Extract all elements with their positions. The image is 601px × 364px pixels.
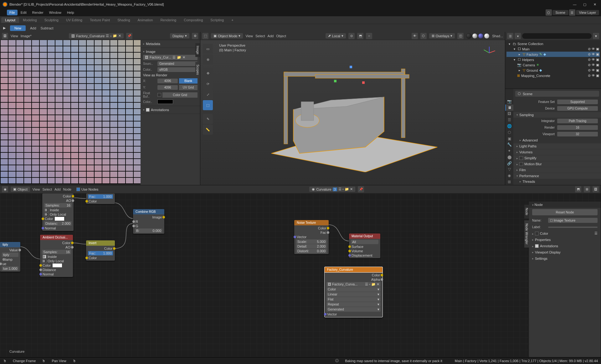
new-icon[interactable]: ▫ — [110, 34, 111, 38]
properties-body[interactable]: ⬡Scene Feature SetSupported DeviceGPU Co… — [513, 89, 601, 185]
outliner-item[interactable]: ▸▽Ground ◆⊘👁▣ — [506, 68, 600, 73]
operator-add[interactable]: Add — [30, 26, 36, 30]
use-nodes-toggle[interactable]: Use Nodes — [76, 187, 98, 191]
modifier-tab-icon[interactable]: 🔧 — [505, 141, 513, 148]
pivot-icon[interactable]: ⊙ — [348, 33, 355, 39]
orientation-selector[interactable]: ⬈ Local ▾ — [326, 33, 346, 38]
scene-icon[interactable]: ⬡ — [546, 9, 552, 16]
node-menu-node[interactable]: Node — [63, 187, 71, 191]
operator-subtract[interactable]: Subtract — [41, 26, 54, 30]
editor-type-icon[interactable]: 🖼 — [2, 33, 8, 39]
open-icon[interactable]: 📁 — [177, 55, 181, 59]
workspace-tab[interactable]: UV Editing — [62, 17, 86, 23]
image-menu-image[interactable]: Image* — [21, 34, 32, 38]
feature-set-dropdown[interactable]: Supported — [557, 100, 598, 104]
navigation-gizmo[interactable] — [480, 43, 499, 62]
sidebar-tab-scopes[interactable]: Scopes — [195, 62, 200, 77]
annotations-section[interactable]: Annotations — [143, 107, 198, 112]
node-menu-select[interactable]: Select — [42, 187, 52, 191]
operator-new-button[interactable]: New — [10, 25, 26, 31]
lookdev-shading-icon[interactable] — [478, 33, 484, 39]
physics-tab-icon[interactable]: ⬤ — [505, 154, 513, 160]
image-height[interactable]: 4096 — [157, 85, 178, 90]
maximize-button[interactable]: ▢ — [581, 3, 588, 7]
performance-section[interactable]: Performance — [513, 173, 601, 179]
menu-edit[interactable]: Edit — [18, 10, 29, 15]
menu-help[interactable]: Help — [64, 10, 77, 15]
render-tab-icon[interactable]: 📷 — [505, 98, 513, 105]
combine-rgb-node[interactable]: Combine RGB Image R G B:0.000 — [133, 209, 164, 234]
solid-shading-icon[interactable] — [472, 33, 478, 39]
menu-window[interactable]: Window — [47, 10, 64, 15]
ao-node-partial[interactable]: Color AO Samples:16 Inside Only Local Co… — [42, 193, 74, 231]
outliner-item[interactable]: ⊞Mapping_Concrete⊘👁▣ — [506, 73, 600, 78]
tiles-section[interactable]: Tiles — [513, 184, 601, 185]
browse-icon[interactable]: ☰ — [172, 55, 176, 59]
gen-colorgrid-button[interactable]: Color Grid — [162, 92, 198, 98]
image-canvas[interactable]: Metadata Image 🖼Factory_Cur...☰📁✕ Sourc.… — [0, 40, 200, 185]
viewport-display-section[interactable]: Viewport Display — [529, 249, 601, 255]
unlink-icon[interactable]: ✕ — [118, 34, 121, 38]
proportional-icon[interactable]: ○ — [366, 33, 372, 39]
viewport-samples-field[interactable]: 32 — [557, 132, 598, 136]
node-section[interactable]: Node — [529, 202, 601, 208]
outliner-tree[interactable]: ▾🗀Scene Collection ▾☐Main⊘👁▣ ▸▽Factory ✎… — [505, 40, 601, 89]
outliner-item[interactable]: ▾☐Helpers⊘👁▣ — [506, 57, 600, 62]
snap-icon[interactable]: ⬒ — [357, 33, 363, 39]
image-name-field[interactable]: Factory_Cur... — [150, 55, 171, 59]
simplify-section[interactable]: Simplify — [513, 155, 601, 161]
node-properties-section[interactable]: Properties — [529, 237, 601, 243]
editor-type-icon[interactable]: ⬚ — [202, 33, 208, 39]
add-workspace-button[interactable]: + — [228, 17, 237, 23]
workspace-tab[interactable]: Layout — [1, 17, 19, 23]
cursor-tool-icon[interactable]: ⊕ — [203, 54, 213, 64]
minimize-button[interactable]: — — [571, 3, 578, 7]
display-mode-icon[interactable]: ▾ — [515, 33, 521, 39]
source-dropdown[interactable]: Generated — [157, 61, 198, 66]
scene-tab-icon[interactable]: 🖥 — [505, 105, 513, 111]
gizmo-icon[interactable]: ⬡ — [420, 33, 427, 39]
shader-type-selector[interactable]: ▣ Object — [11, 187, 30, 192]
viewport-canvas[interactable]: ▭ ⊕ ✥ ⟳ ⤢ ⬚ ✎ 📏 User Perspective (0) Mai… — [200, 40, 505, 185]
workspace-tab[interactable]: Sculpting — [41, 17, 62, 23]
backdrop-icon[interactable]: 🖼 — [593, 186, 599, 192]
world-tab-icon[interactable]: ⬡ — [505, 129, 513, 136]
view-as-render-toggle[interactable]: View as Render — [143, 73, 167, 77]
scene-tab-icon[interactable]: 🌐 — [505, 123, 513, 129]
settings-section[interactable]: Settings — [529, 255, 601, 262]
constraint-tab-icon[interactable]: 🔗 — [505, 160, 513, 167]
node-menu-add[interactable]: Add — [54, 187, 61, 191]
menu-render[interactable]: Render — [30, 10, 46, 15]
viewport-menu-select[interactable]: Select — [255, 34, 265, 38]
outliner-item[interactable]: ▸▽Factory ✎ ◆⊘👁▣ — [506, 52, 600, 57]
move-tool-icon[interactable]: ✥ — [203, 68, 213, 78]
select-tool-icon[interactable]: ▭ — [203, 44, 213, 54]
overlays-toggle[interactable]: ⊞ Overlays ▾ — [429, 33, 455, 38]
image-selector[interactable]: 🖼 Factory_Curvature ☰ ▫ 📁 ✕ — [69, 33, 124, 38]
xray-icon[interactable]: ◫ — [457, 33, 464, 39]
outliner-item[interactable]: ▾☐Main⊘👁▣ — [506, 46, 600, 52]
gen-uvgrid-button[interactable]: UV Grid — [179, 85, 198, 90]
play-icon[interactable]: ▶ — [3, 26, 6, 30]
close-button[interactable]: ✕ — [591, 3, 598, 7]
ambient-occlusion-node[interactable]: Ambient Occlusi... Color AO Samples:16 I… — [40, 235, 73, 277]
snap-icon[interactable]: ⬒ — [575, 186, 581, 192]
transform-tool-icon[interactable]: ⬚ — [203, 100, 213, 110]
rotate-tool-icon[interactable]: ⟳ — [203, 79, 213, 89]
node-color-section[interactable]: Color☰ — [529, 230, 601, 237]
app-icon[interactable] — [2, 10, 6, 15]
noise-texture-node[interactable]: Noise Texture Color Fac Vector Scale:5.0… — [294, 220, 329, 254]
invert-node[interactable]: Invert Color Fac:1.000 Color — [86, 240, 115, 261]
annotate-tool-icon[interactable]: ✎ — [203, 114, 213, 124]
viewlayer-tab-icon[interactable]: ☰ — [505, 117, 513, 123]
particle-tab-icon[interactable]: ✦ — [505, 148, 513, 154]
data-tab-icon[interactable]: ▽ — [505, 167, 513, 173]
image-section[interactable]: Image — [143, 49, 198, 54]
gen-color-swatch[interactable] — [157, 100, 173, 104]
node-label-field[interactable] — [548, 227, 598, 228]
mode-selector[interactable]: ▣ Object Mode ▾ — [211, 33, 243, 38]
outliner-item[interactable]: 📷Camera ☀⊘👁▣ — [506, 62, 600, 68]
object-tab-icon[interactable]: ▣ — [505, 136, 513, 142]
image-texture-node[interactable]: Factory_Curvature Color Alpha 🖼Factory_C… — [325, 267, 383, 317]
wireframe-shading-icon[interactable] — [466, 33, 472, 39]
